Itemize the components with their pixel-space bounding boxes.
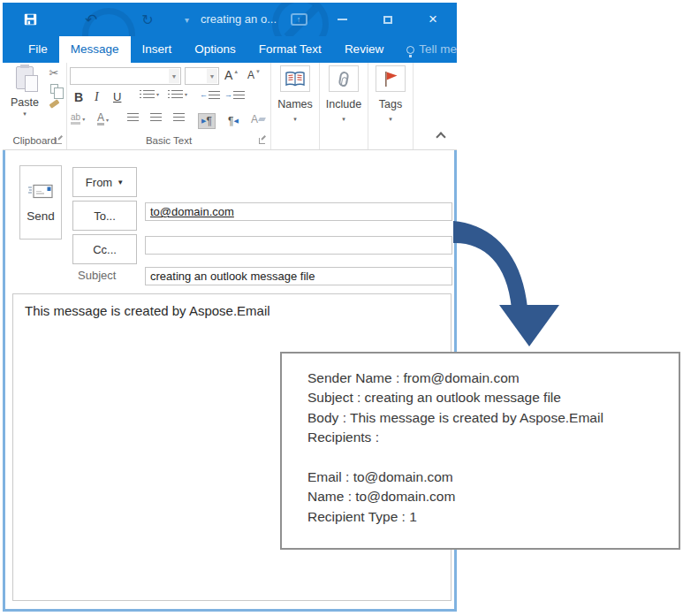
- font-name-combo[interactable]: ▼: [70, 67, 181, 85]
- tab-format-text[interactable]: Format Text: [247, 36, 333, 63]
- align-center-button[interactable]: [150, 113, 162, 121]
- tags-group: Tags ▾: [368, 63, 414, 149]
- font-color-button[interactable]: A▾: [97, 113, 109, 125]
- align-left-button[interactable]: [127, 113, 139, 121]
- italic-button[interactable]: I: [95, 90, 99, 104]
- include-label: Include: [320, 98, 368, 110]
- popout-icon[interactable]: ↑: [288, 3, 309, 36]
- tags-dropdown-icon[interactable]: ▾: [368, 116, 413, 123]
- tab-tell-me[interactable]: Tell me...: [395, 36, 478, 63]
- bullets-lines: [143, 90, 155, 98]
- rtl-paragraph-button[interactable]: ¶◀: [224, 113, 242, 129]
- clipboard-group: Paste ▾ ✂ Clipboard: [3, 63, 67, 149]
- names-dropdown-icon[interactable]: ▾: [271, 116, 319, 123]
- from-button[interactable]: From ▼: [72, 167, 137, 197]
- flag-icon: [383, 71, 398, 87]
- basic-text-dialog-launcher-icon[interactable]: [259, 138, 265, 144]
- message-body-text: This message is created by Aspose.Email: [25, 303, 439, 318]
- align-right-icon: [173, 113, 185, 121]
- send-label: Send: [27, 209, 55, 223]
- indent-lines: [209, 91, 220, 99]
- save-icon[interactable]: [20, 3, 40, 36]
- numbering-lines: [171, 90, 183, 98]
- bullets-button[interactable]: ▾: [140, 90, 159, 98]
- format-painter-icon[interactable]: [49, 99, 59, 108]
- tab-options[interactable]: Options: [183, 36, 247, 63]
- output-line-subject: Subject : creating an outlook message fi…: [307, 388, 670, 407]
- cut-icon[interactable]: ✂: [49, 66, 59, 80]
- undo-icon[interactable]: ↶: [80, 3, 102, 36]
- align-right-button[interactable]: [173, 113, 185, 121]
- names-label: Names: [271, 98, 319, 110]
- font-size-combo[interactable]: ▼: [185, 67, 219, 85]
- ltr-paragraph-button[interactable]: ▶¶: [198, 113, 216, 129]
- paste-button[interactable]: Paste ▾: [7, 66, 42, 130]
- output-line-recipients: Recipients :: [307, 428, 670, 447]
- eraser-icon: [258, 118, 266, 121]
- include-dropdown-icon[interactable]: ▾: [320, 116, 368, 123]
- collapse-ribbon-icon[interactable]: [436, 132, 445, 141]
- output-line-blank: [307, 448, 670, 468]
- left-arrow-icon: ◀: [233, 118, 238, 125]
- right-arrow-icon: →: [224, 90, 232, 99]
- send-envelope-icon: [27, 183, 54, 201]
- tab-file[interactable]: File: [17, 36, 59, 63]
- shrink-font-button[interactable]: A▼: [247, 69, 261, 81]
- underline-button[interactable]: U: [113, 90, 121, 103]
- paperclip-icon: [338, 71, 350, 87]
- from-label: From: [86, 176, 112, 189]
- clipboard-dialog-launcher-icon[interactable]: [56, 138, 62, 144]
- title-bar: ↶ ↻ ▾ creating an o... ↑ ×: [3, 3, 457, 36]
- cc-field[interactable]: [145, 236, 452, 255]
- paste-dropdown-icon: ▾: [23, 110, 27, 118]
- align-center-icon: [150, 113, 162, 121]
- minimize-glyph: [338, 19, 347, 20]
- numbering-button[interactable]: ▾: [168, 90, 187, 98]
- grow-font-button[interactable]: A▲: [224, 68, 239, 82]
- tab-message[interactable]: Message: [59, 36, 131, 63]
- minimize-button[interactable]: [331, 3, 353, 36]
- names-button[interactable]: [280, 65, 310, 92]
- subject-label: Subject: [78, 269, 116, 282]
- bold-button[interactable]: B: [74, 90, 83, 104]
- window-title: creating an o...: [201, 3, 277, 36]
- to-field[interactable]: to@domain.com: [145, 202, 452, 221]
- quick-access-toolbar-more-icon[interactable]: ▾: [181, 3, 194, 36]
- tell-me-label: Tell me...: [419, 36, 467, 63]
- chevron-down-icon[interactable]: ▼: [207, 69, 217, 83]
- align-left-icon: [127, 113, 139, 121]
- highlight-icon: ab: [71, 113, 80, 125]
- decrease-indent-button[interactable]: ←: [200, 90, 220, 99]
- close-button[interactable]: ×: [421, 3, 444, 36]
- cc-button[interactable]: Cc...: [72, 234, 137, 264]
- include-group: Include ▾: [320, 63, 368, 149]
- paste-icon: [16, 66, 34, 89]
- output-line-recipient-type: Recipient Type : 1: [307, 507, 670, 527]
- chevron-down-icon[interactable]: ▼: [169, 69, 179, 83]
- text-highlight-button[interactable]: ab▾: [71, 113, 85, 125]
- clear-formatting-button[interactable]: A: [251, 113, 265, 125]
- to-recipient[interactable]: to@domain.com: [150, 205, 234, 218]
- subject-field[interactable]: creating an outlook message file: [145, 267, 452, 285]
- tags-button[interactable]: [376, 65, 406, 92]
- ribbon-tab-bar: File Message Insert Options Format Text …: [3, 36, 457, 63]
- output-line-name: Name : to@domain.com: [307, 487, 670, 506]
- output-line-body: Body : This message is created by Aspose…: [307, 408, 670, 428]
- maximize-glyph: [383, 16, 392, 24]
- bullets-icon: [140, 90, 141, 98]
- popout-glyph: ↑: [291, 13, 307, 26]
- tab-insert[interactable]: Insert: [131, 36, 184, 63]
- tab-review[interactable]: Review: [333, 36, 395, 63]
- redo-icon[interactable]: ↻: [137, 3, 158, 36]
- basic-text-group-label: Basic Text: [67, 135, 270, 146]
- lightbulb-icon: [406, 46, 414, 54]
- copy-icon[interactable]: [50, 84, 58, 94]
- indent-lines: [233, 91, 245, 99]
- send-button[interactable]: Send: [19, 165, 62, 240]
- numbering-icon: [168, 90, 170, 98]
- increase-indent-button[interactable]: →: [224, 90, 245, 99]
- include-button[interactable]: [329, 65, 359, 92]
- to-button[interactable]: To...: [72, 201, 137, 231]
- maximize-button[interactable]: [377, 3, 398, 36]
- ribbon: Paste ▾ ✂ Clipboard ▼ ▼ A▲ A▼ B I U: [3, 63, 457, 150]
